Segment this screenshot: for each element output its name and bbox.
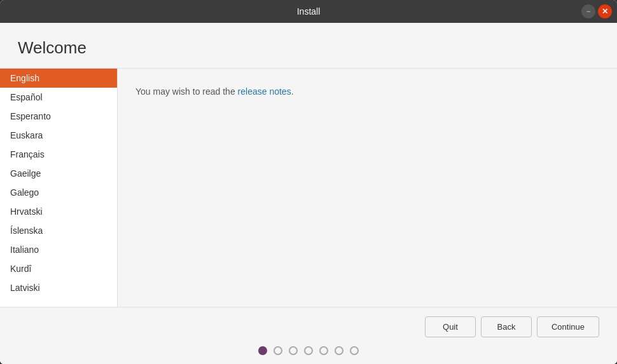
release-notes-prefix: You may wish to read the <box>135 86 238 97</box>
language-item[interactable]: English <box>0 69 117 88</box>
language-item[interactable]: Galego <box>0 183 117 202</box>
content-area: Welcome EnglishEspañolEsperantoEuskaraFr… <box>0 23 617 364</box>
progress-dot <box>350 346 359 355</box>
release-notes-suffix: . <box>291 86 294 97</box>
button-row: Quit Back Continue <box>18 316 599 337</box>
titlebar-controls: − ✕ <box>581 4 612 18</box>
language-item[interactable]: Euskara <box>0 126 117 145</box>
window-title: Install <box>297 6 321 17</box>
progress-dots <box>258 346 359 355</box>
progress-dot <box>335 346 343 355</box>
progress-dot <box>258 346 267 355</box>
right-panel: You may wish to read the release notes. <box>118 69 617 307</box>
release-notes-text: You may wish to read the release notes. <box>135 86 599 97</box>
back-button[interactable]: Back <box>481 316 532 337</box>
language-item[interactable]: Español <box>0 88 117 107</box>
quit-button[interactable]: Quit <box>425 316 476 337</box>
page-title: Welcome <box>0 23 617 69</box>
language-item[interactable]: Esperanto <box>0 107 117 126</box>
progress-dot <box>289 346 298 355</box>
language-item[interactable]: Italiano <box>0 240 117 259</box>
language-item[interactable]: Gaeilge <box>0 164 117 183</box>
release-notes-link[interactable]: release notes <box>238 86 291 97</box>
language-item[interactable]: Kurdî <box>0 259 117 278</box>
continue-button[interactable]: Continue <box>537 316 599 337</box>
language-item[interactable]: Français <box>0 145 117 164</box>
minimize-button[interactable]: − <box>581 4 595 18</box>
language-item[interactable]: Latviski <box>0 278 117 297</box>
close-button[interactable]: ✕ <box>598 4 612 18</box>
titlebar: Install − ✕ <box>0 0 617 23</box>
progress-dot <box>274 346 282 355</box>
bottom-area: Quit Back Continue <box>0 307 617 364</box>
progress-dot <box>304 346 313 355</box>
language-item[interactable]: Hrvatski <box>0 202 117 221</box>
language-item[interactable]: Íslenska <box>0 221 117 240</box>
main-area: EnglishEspañolEsperantoEuskaraFrançaisGa… <box>0 69 617 307</box>
language-list: EnglishEspañolEsperantoEuskaraFrançaisGa… <box>0 69 118 307</box>
install-window: Install − ✕ Welcome EnglishEspañolEspera… <box>0 0 617 364</box>
progress-dot <box>319 346 328 355</box>
